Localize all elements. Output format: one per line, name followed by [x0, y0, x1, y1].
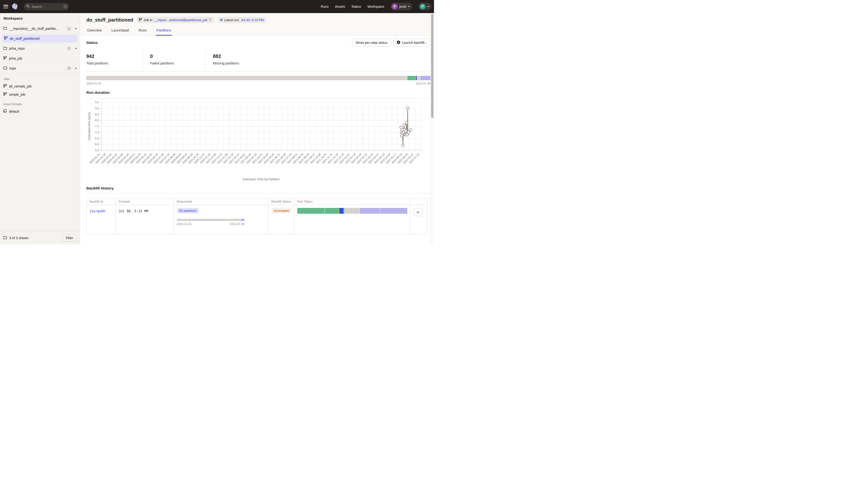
partition-range-start: 2020-01-01 — [86, 82, 101, 85]
partition-status-bar[interactable] — [86, 76, 431, 80]
search-shortcut-key: / — [63, 4, 67, 9]
job-origin-prefix: Job in — [144, 18, 152, 22]
search-input[interactable]: Search... / — [24, 3, 69, 10]
page-title: do_stuff_partitioned — [86, 17, 133, 23]
backfill-history-table: Backfill Id Created Requested Backfill S… — [86, 198, 428, 234]
run-status-dot-icon — [220, 19, 223, 21]
svg-text:8.5: 8.5 — [95, 113, 99, 116]
requested-partitions-chip[interactable]: 60 partitions — [177, 208, 199, 214]
expand-caret-icon[interactable] — [75, 48, 77, 49]
hamburger-menu-icon[interactable] — [3, 5, 8, 8]
svg-text:8.0: 8.0 — [95, 119, 99, 122]
user-avatar: P — [420, 4, 426, 9]
requested-range-end: 2022-07-30 — [230, 223, 245, 226]
row-expand-button[interactable] — [413, 208, 423, 216]
svg-text:6.0: 6.0 — [95, 143, 99, 145]
item-count-badge: 3 — [66, 66, 72, 70]
chevron-down-icon — [427, 6, 429, 7]
run-status-bar[interactable] — [297, 208, 407, 214]
sidebar-item-prha-job[interactable]: prha_job — [0, 54, 80, 64]
show-per-step-status-button[interactable]: Show per-step status — [352, 39, 391, 46]
svg-text:9.0: 9.0 — [95, 107, 99, 110]
deployment-avatar: P — [392, 4, 398, 9]
job-icon — [139, 18, 142, 22]
job-origin-link[interactable]: __reposi...artitioned@partitioned_job — [154, 18, 207, 22]
stat-total-partitions: 942 Total partitions — [86, 50, 143, 71]
tab-partitions[interactable]: Partitions — [156, 26, 172, 36]
app-window: Search... / Runs Assets Status Workspace… — [0, 0, 434, 244]
nav-link-assets[interactable]: Assets — [335, 5, 345, 8]
sidebar-item-default-asset-group[interactable]: default — [0, 107, 80, 116]
requested-partitions-bar — [177, 219, 245, 221]
stat-value: 942 — [86, 54, 143, 59]
stat-value: 882 — [213, 54, 431, 59]
svg-text:7.0: 7.0 — [95, 131, 99, 134]
asset-group-icon — [3, 109, 7, 113]
top-navbar: Search... / Runs Assets Status Workspace… — [0, 0, 434, 13]
sidebar-item-repo[interactable]: repo 3 — [0, 64, 80, 73]
job-icon — [4, 36, 7, 41]
sidebar-item-simple-job[interactable]: simple_job — [0, 90, 80, 99]
sidebar-item-label: repo — [9, 66, 64, 70]
partition-range-end: 2022-07-30 — [416, 82, 431, 85]
main-content: do_stuff_partitioned Job in __reposi...a… — [80, 13, 434, 244]
sidebar-item-do-stuff-partitioned-selected[interactable]: do_stuff_partitioned — [2, 35, 78, 42]
tab-overview[interactable]: Overview — [86, 26, 102, 35]
vertical-scrollbar[interactable] — [430, 13, 434, 244]
repos-shown-count: 3 of 3 shown — [9, 236, 60, 240]
tab-bar: Overview Launchpad Runs Partitions — [86, 26, 431, 35]
sidebar-item-all-cereals-job[interactable]: all_cereals_job — [0, 82, 80, 90]
svg-text:6.5: 6.5 — [95, 137, 99, 140]
run-duration-heading: Run duration — [86, 85, 431, 98]
svg-text:7.5: 7.5 — [95, 125, 99, 128]
svg-text:9.5: 9.5 — [95, 101, 99, 104]
expand-caret-icon[interactable] — [75, 68, 77, 69]
stat-missing-partitions: 882 Missing partitions — [205, 50, 431, 71]
backfill-id-link[interactable]: jozrgsbh — [90, 209, 105, 213]
item-count-badge: 1 — [66, 26, 72, 31]
sidebar-item-label: do_stuff_partitioned — [10, 37, 39, 40]
sidebar-item-label: prha_job — [9, 57, 77, 60]
job-icon — [3, 56, 7, 61]
requested-range-start: 2020-01-01 — [177, 223, 191, 226]
table-row: jozrgsbh Jul 30, 5:12 PM 60 partitions 2… — [87, 205, 428, 234]
svg-text:5.5: 5.5 — [95, 149, 99, 152]
chevron-down-icon — [416, 210, 420, 214]
nav-link-status[interactable]: Status — [351, 5, 361, 8]
stat-failed-partitions: 0 Failed partitions — [143, 50, 205, 71]
dagster-logo-icon[interactable] — [12, 3, 19, 10]
partition-stats: 942 Total partitions 0 Failed partitions… — [86, 50, 431, 72]
folder-icon — [3, 66, 7, 70]
sidebar-item-label: all_cereals_job — [9, 84, 32, 88]
column-header-actions — [410, 198, 428, 205]
search-placeholder: Search... — [32, 5, 61, 8]
scrollbar-thumb[interactable] — [431, 14, 434, 118]
nav-link-runs[interactable]: Runs — [321, 5, 329, 8]
sidebar-item-prha-repo[interactable]: prha_repo 1 — [0, 44, 80, 54]
deployment-switcher[interactable]: P prod — [391, 3, 412, 10]
page-header: do_stuff_partitioned Job in __reposi...a… — [80, 13, 434, 36]
reload-icon[interactable] — [209, 18, 212, 22]
sidebar-footer: 3 of 3 shown Filter — [0, 232, 80, 244]
job-icon — [3, 92, 7, 97]
folder-icon — [3, 26, 7, 31]
job-icon — [3, 84, 7, 89]
launch-backfill-button[interactable]: Launch backfill... — [393, 39, 431, 46]
nav-link-workspace[interactable]: Workspace — [367, 5, 384, 8]
user-menu[interactable]: P — [418, 3, 432, 10]
column-header-created: Created — [116, 198, 174, 205]
latest-run-link[interactable]: Jul 30, 5:14 PM — [241, 18, 264, 22]
filter-button[interactable]: Filter — [62, 234, 77, 241]
sidebar-item-repository-do-stuff[interactable]: __repository__do_stuff_partitio... 1 — [0, 24, 80, 34]
tab-runs[interactable]: Runs — [138, 26, 147, 35]
expand-caret-icon[interactable] — [75, 28, 77, 29]
asset-groups-section-label: Asset Groups — [0, 99, 80, 107]
chevron-down-icon — [408, 6, 410, 7]
backfill-status-badge: Incomplete — [271, 208, 292, 214]
search-icon — [26, 4, 30, 9]
column-header-run-status: Run Status — [294, 198, 410, 205]
status-heading: Status — [86, 40, 98, 45]
item-count-badge: 1 — [66, 46, 72, 51]
folder-icon — [3, 46, 7, 51]
tab-launchpad[interactable]: Launchpad — [111, 26, 129, 35]
